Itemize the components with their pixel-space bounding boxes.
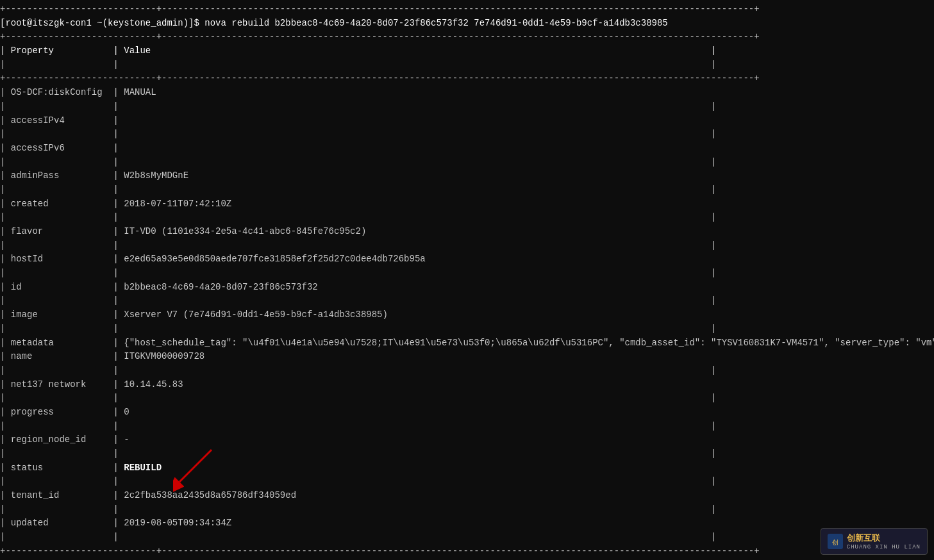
terminal-window: +----------------------------+----------…	[0, 0, 934, 560]
table-row: | accessIPv4 |	[0, 114, 934, 128]
row-pipe: | | |	[0, 503, 934, 517]
table-row-group: | metadata | {"host_schedule_tag": "\u4f…	[0, 336, 934, 350]
watermark: 创 创新互联 CHUANG XIN HU LIAN	[821, 528, 928, 555]
watermark-text: 创新互联	[847, 532, 921, 544]
table-row-group: | tenant_id | 2c2fba538aa2435d8a65786df3…	[0, 489, 934, 503]
table-row-group: | updated | 2019-08-05T09:34:34Z	[0, 516, 934, 531]
row-pipe: | | |	[0, 475, 934, 489]
table-row: | name | ITGKVM000009728	[0, 350, 934, 364]
row-pipe: | | |	[0, 211, 934, 225]
row-pipe: | | |	[0, 420, 934, 434]
table-row-group: | status | REBUILD	[0, 461, 934, 475]
table-row: | tenant_id | 2c2fba538aa2435d8a65786df3…	[0, 489, 934, 503]
table-row: | metadata | {"host_schedule_tag": "\u4f…	[0, 336, 934, 350]
table-row-group: | accessIPv4 |	[0, 114, 934, 128]
table-row-group: | name | ITGKVM000009728	[0, 350, 934, 364]
row-pipe: | | |	[0, 364, 934, 378]
header-separator: +----------------------------+----------…	[0, 72, 934, 86]
status-value: REBUILD	[124, 463, 162, 473]
top-separator: +----------------------------+----------…	[0, 3, 934, 17]
table-row: | created | 2018-07-11T07:42:10Z	[0, 197, 934, 211]
table-row-group: | hostId | e2ed65a93e5e0d850aede707fce31…	[0, 252, 934, 267]
table-row: | OS-DCF:diskConfig | MANUAL	[0, 86, 934, 100]
table-row-group: | progress | 0	[0, 406, 934, 420]
table-row: | adminPass | W2b8sMyMDGnE	[0, 169, 934, 183]
row-pipe: | | |	[0, 183, 934, 197]
row-pipe: | | |	[0, 322, 934, 336]
svg-text:创: 创	[832, 539, 838, 546]
table-row-group: | accessIPv6 |	[0, 142, 934, 156]
table-row: | flavor | IT-VD0 (1101e334-2e5a-4c41-ab…	[0, 225, 934, 239]
command-line: [root@itszgk-con1 ~(keystone_admin)]$ no…	[0, 17, 934, 31]
table-body: | OS-DCF:diskConfig | MANUAL| | || acces…	[0, 86, 934, 545]
table-row: | region_node_id | -	[0, 433, 934, 447]
table-row-group: | net137 network | 10.14.45.83	[0, 378, 934, 392]
table-row: | id | b2bbeac8-4c69-4a20-8d07-23f86c573…	[0, 281, 934, 295]
row-pipe: | | |	[0, 100, 934, 114]
table-row: | status | REBUILD	[0, 461, 934, 475]
separator-after-command: +----------------------------+----------…	[0, 30, 934, 44]
table-row-group: | created | 2018-07-11T07:42:10Z	[0, 197, 934, 211]
table-row: | hostId | e2ed65a93e5e0d850aede707fce31…	[0, 252, 934, 267]
table-row: | accessIPv6 |	[0, 142, 934, 156]
table-row-group: | adminPass | W2b8sMyMDGnE	[0, 169, 934, 183]
table-row-group: | id | b2bbeac8-4c69-4a20-8d07-23f86c573…	[0, 281, 934, 295]
row-pipe: | | |	[0, 447, 934, 461]
row-pipe: | | |	[0, 391, 934, 406]
row-pipe: | | |	[0, 239, 934, 253]
table-row-group: | image | Xserver V7 (7e746d91-0dd1-4e59…	[0, 308, 934, 322]
table-row: | net137 network | 10.14.45.83	[0, 378, 934, 392]
table-row-group: | flavor | IT-VD0 (1101e334-2e5a-4c41-ab…	[0, 225, 934, 239]
header-pipe-row: | | |	[0, 58, 934, 72]
watermark-icon: 创	[828, 534, 843, 549]
table-row: | image | Xserver V7 (7e746d91-0dd1-4e59…	[0, 308, 934, 322]
bottom-separator: +----------------------------+----------…	[0, 545, 934, 559]
table-row: | progress | 0	[0, 406, 934, 420]
row-pipe: | | |	[0, 156, 934, 170]
table-row-group: | OS-DCF:diskConfig | MANUAL	[0, 86, 934, 100]
watermark-subtext: CHUANG XIN HU LIAN	[847, 544, 921, 550]
row-pipe: | | |	[0, 294, 934, 308]
row-pipe: | | |	[0, 267, 934, 281]
table-row-group: | region_node_id | -	[0, 433, 934, 447]
row-pipe: | | |	[0, 531, 934, 545]
header-row: | Property | Value |	[0, 44, 934, 58]
table-row: | updated | 2019-08-05T09:34:34Z	[0, 516, 934, 531]
row-pipe: | | |	[0, 128, 934, 142]
